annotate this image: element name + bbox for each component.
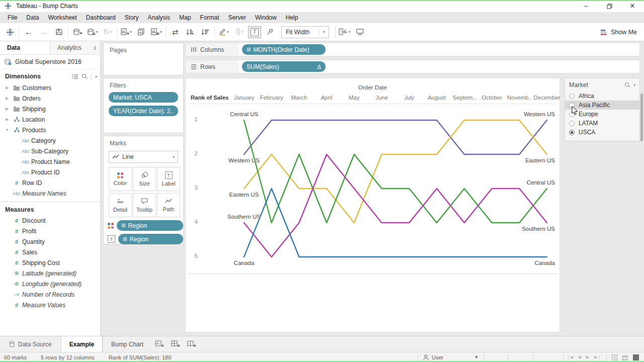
menu-analysis[interactable]: Analysis bbox=[143, 12, 175, 23]
market-option-latam[interactable]: LATAM bbox=[565, 119, 639, 128]
chevron-down-icon[interactable]: ▾ bbox=[95, 74, 97, 79]
menu-help[interactable]: Help bbox=[281, 12, 303, 23]
sheet-tab-bump-chart[interactable]: Bump Chart bbox=[103, 336, 151, 352]
group-members-button[interactable]: ▾ bbox=[233, 26, 245, 39]
new-dashboard-button[interactable] bbox=[168, 336, 184, 352]
field-discount[interactable]: #Discount bbox=[0, 215, 100, 226]
expand-plus-icon[interactable]: ⊞ bbox=[121, 223, 125, 228]
pause-auto-updates-button[interactable]: ▾ bbox=[87, 26, 99, 39]
sheet-tab-example[interactable]: Example bbox=[61, 336, 103, 352]
tab-data[interactable]: Data bbox=[0, 41, 50, 54]
collapse-caret-icon[interactable]: ▼ bbox=[3, 128, 11, 132]
field-product-id[interactable]: AbcProduct ID bbox=[0, 167, 100, 177]
save-button[interactable] bbox=[53, 26, 65, 39]
expand-plus-icon[interactable]: ⊞ bbox=[247, 47, 251, 52]
field-quantity[interactable]: #Quantity bbox=[0, 236, 100, 247]
field-sub-category[interactable]: AbcSub-Category bbox=[0, 146, 100, 156]
run-update-button[interactable]: ↻ ▾ bbox=[102, 26, 114, 39]
swap-rows-columns-button[interactable]: ⇄ bbox=[169, 26, 181, 39]
field-shipping-cost[interactable]: #Shipping Cost bbox=[0, 257, 100, 268]
menu-story[interactable]: Story bbox=[120, 12, 143, 23]
field-measure-values[interactable]: #Measure Values bbox=[0, 300, 100, 310]
new-story-button[interactable] bbox=[184, 336, 200, 352]
expand-caret-icon[interactable]: ▶ bbox=[3, 85, 11, 90]
tab-analytics[interactable]: Analytics ⇕ bbox=[50, 41, 100, 54]
expand-caret-icon[interactable]: ▶ bbox=[3, 117, 11, 122]
previous-page-button[interactable]: ◀ bbox=[576, 355, 584, 359]
clear-sheet-button[interactable]: ▾ bbox=[150, 26, 163, 39]
new-worksheet-button[interactable] bbox=[151, 336, 168, 352]
pane-control-icon[interactable]: ⇕ bbox=[93, 45, 97, 51]
field-latitude-generated-[interactable]: ⊕Latitude (generated) bbox=[0, 268, 100, 279]
restore-button[interactable] bbox=[598, 0, 621, 12]
last-page-button[interactable]: ▶❘ bbox=[592, 355, 603, 359]
menu-format[interactable]: Format bbox=[196, 12, 224, 23]
menu-worksheet[interactable]: Worksheet bbox=[44, 12, 82, 23]
fit-selector[interactable]: Fit Width ▾ bbox=[281, 26, 329, 38]
menu-map[interactable]: Map bbox=[175, 12, 195, 23]
series-line-eastern-us[interactable] bbox=[244, 120, 547, 223]
data-source-row[interactable]: Global Superstore 2016 bbox=[0, 55, 100, 69]
redo-button[interactable]: → bbox=[38, 26, 50, 39]
scrollbar[interactable] bbox=[640, 94, 643, 141]
field-measure-names[interactable]: AbcMeasure Names bbox=[0, 188, 100, 199]
rows-shelf[interactable]: Rows SUM(Sales) Δ bbox=[185, 60, 640, 73]
market-option-usca[interactable]: USCA bbox=[565, 128, 639, 137]
show-me-button[interactable]: Show Me bbox=[600, 26, 637, 39]
highlight-button[interactable]: ▾ bbox=[218, 26, 230, 39]
series-line-southern-us[interactable] bbox=[244, 154, 547, 257]
rank-tick[interactable]: 4 bbox=[189, 219, 198, 225]
detail-button[interactable]: Detail bbox=[109, 193, 132, 217]
market-option-africa[interactable]: Africa bbox=[565, 92, 639, 101]
path-button[interactable]: Path bbox=[157, 193, 180, 217]
series-line-western-us[interactable] bbox=[244, 120, 547, 154]
filter-pill-1[interactable]: YEAR(Order Date): 2.. bbox=[109, 106, 178, 116]
field-orders[interactable]: ▶Orders bbox=[0, 93, 100, 104]
columns-shelf[interactable]: Columns ⊞ MONTH(Order Date) bbox=[185, 43, 640, 56]
field-profit[interactable]: #Profit bbox=[0, 226, 100, 236]
expand-caret-icon[interactable]: ▶ bbox=[3, 96, 11, 101]
field-number-of-records[interactable]: =#Number of Records bbox=[0, 289, 100, 300]
tooltip-button[interactable]: Tooltip bbox=[133, 193, 156, 217]
new-worksheet-button[interactable]: ▾ bbox=[120, 26, 132, 39]
pill-month-order-date[interactable]: ⊞ MONTH(Order Date) bbox=[242, 44, 326, 55]
menu-window[interactable]: Window bbox=[251, 12, 281, 23]
duplicate-sheet-button[interactable] bbox=[135, 26, 147, 39]
sort-ascending-button[interactable] bbox=[184, 26, 196, 39]
field-products[interactable]: ▼Products bbox=[0, 125, 100, 135]
presentation-mode-button[interactable] bbox=[354, 26, 366, 39]
show-mark-labels-button[interactable]: T bbox=[248, 26, 261, 38]
data-source-tab[interactable]: Data Source bbox=[0, 336, 61, 352]
chevron-down-icon[interactable]: ▾ bbox=[633, 83, 635, 87]
marks-pill-region-1[interactable]: ⊞Region bbox=[118, 234, 183, 244]
radio-selected-icon[interactable] bbox=[569, 130, 575, 135]
field-location[interactable]: ▶Location bbox=[0, 114, 100, 125]
radio-icon[interactable] bbox=[569, 94, 575, 99]
menu-server[interactable]: Server bbox=[224, 12, 251, 23]
minimize-button[interactable]: − bbox=[575, 0, 598, 12]
menu-file[interactable]: File bbox=[3, 12, 22, 23]
new-data-source-button[interactable] bbox=[71, 26, 84, 39]
field-customers[interactable]: ▶Customers bbox=[0, 82, 100, 93]
sort-descending-button[interactable] bbox=[199, 26, 211, 39]
tableau-home-button[interactable] bbox=[4, 26, 16, 39]
radio-icon[interactable] bbox=[569, 121, 575, 126]
series-line-central-us[interactable] bbox=[244, 120, 547, 223]
first-page-button[interactable]: ❘◀ bbox=[564, 355, 576, 359]
pill-sum-sales[interactable]: SUM(Sales) Δ bbox=[242, 61, 326, 72]
undo-button[interactable]: ← bbox=[23, 26, 35, 39]
filter-pill-0[interactable]: Market: USCA bbox=[109, 92, 178, 103]
rank-tick[interactable]: 3 bbox=[189, 185, 198, 191]
label-button[interactable]: TLabel bbox=[157, 167, 180, 191]
marks-pill-region-0[interactable]: ⊞Region bbox=[117, 220, 183, 231]
search-icon[interactable] bbox=[82, 73, 88, 79]
expand-caret-icon[interactable]: ▶ bbox=[3, 107, 11, 111]
rank-tick[interactable]: 1 bbox=[189, 116, 198, 122]
fix-axes-button[interactable] bbox=[264, 26, 276, 39]
rank-tick[interactable]: 5 bbox=[189, 253, 198, 259]
field-longitude-generated-[interactable]: ⊕Longitude (generated) bbox=[0, 279, 100, 289]
menu-dashboard[interactable]: Dashboard bbox=[82, 12, 120, 23]
next-page-button[interactable]: ▶ bbox=[584, 355, 592, 359]
month-header[interactable]: December bbox=[529, 95, 565, 101]
view-mode-icon[interactable] bbox=[72, 74, 78, 79]
